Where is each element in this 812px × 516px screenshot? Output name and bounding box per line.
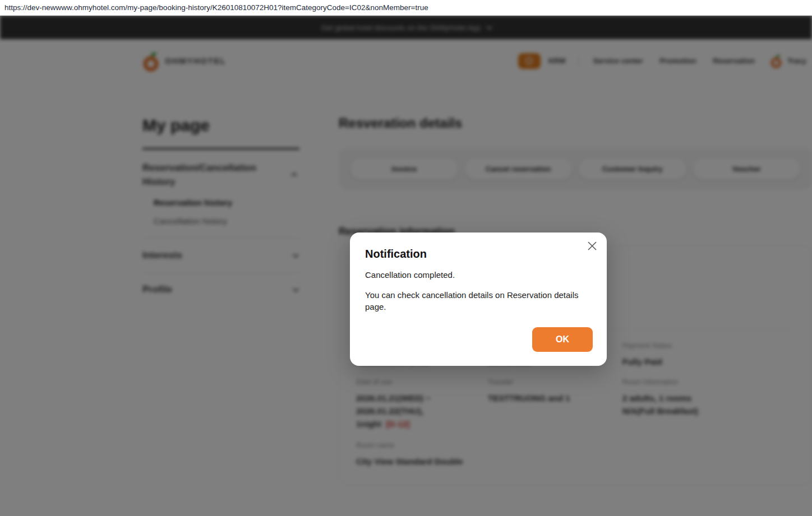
browser-address-bar[interactable]: https://dev-newwww.ohmyhotel.com/my-page…	[0, 0, 812, 16]
modal-title: Notification	[365, 248, 592, 261]
page-url[interactable]: https://dev-newwww.ohmyhotel.com/my-page…	[4, 3, 428, 12]
modal-message-1: Cancellation completed.	[365, 269, 587, 281]
ok-button[interactable]: OK	[532, 327, 593, 352]
close-button[interactable]	[585, 239, 599, 253]
close-icon	[587, 240, 598, 252]
notification-modal: Notification Cancellation completed. You…	[350, 233, 607, 366]
page-viewport: Get global hotel discounts on the OhMyHo…	[0, 16, 812, 516]
modal-message-2: You can check cancellation details on Re…	[365, 289, 587, 313]
